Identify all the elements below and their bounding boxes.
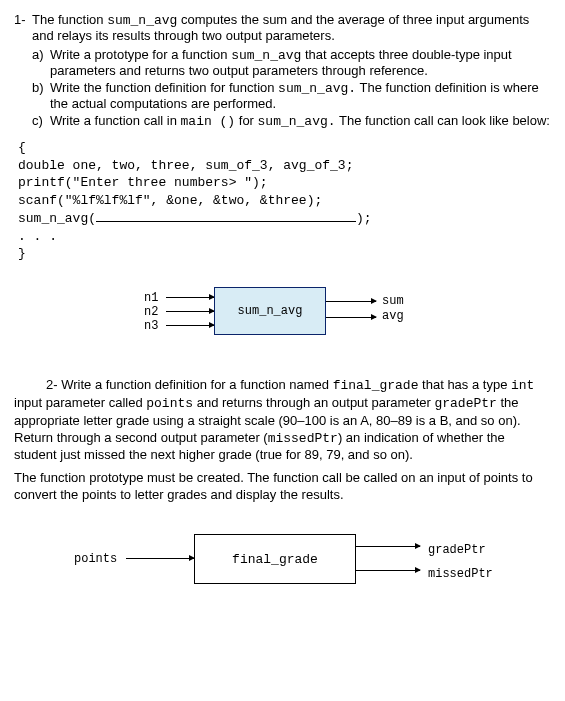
q1c-t1: Write a function call in <box>50 113 181 128</box>
dg1-box: sum_n_avg <box>214 287 326 335</box>
code-l4: scanf("%lf%lf%lf", &one, &two, &three); <box>18 192 551 210</box>
dg1-in-2: n3 <box>144 319 158 333</box>
diagram-sum-n-avg: n1 n2 n3 sum_n_avg sum avg <box>14 281 551 351</box>
q1b-c1: sum_n_avg. <box>278 81 356 96</box>
question-1: 1- The function sum_n_avg computes the s… <box>14 12 551 131</box>
dg1-out-0: sum <box>382 294 404 309</box>
q2-c5: missedPtr <box>268 431 338 446</box>
dg2-in: points <box>74 552 117 566</box>
code-l6: . . . <box>18 228 551 246</box>
q1c-body: Write a function call in main () for sum… <box>50 113 551 129</box>
q2-t4: and returns through an output parameter <box>193 395 434 410</box>
dg1-in-0: n1 <box>144 291 158 305</box>
q1b-t1: Write the function definition for functi… <box>50 80 278 95</box>
q2-c4: gradePtr <box>434 396 496 411</box>
q2-c2: int <box>511 378 534 393</box>
q1a-body: Write a prototype for a function sum_n_a… <box>50 47 551 78</box>
q2-t2: that has a type <box>418 377 511 392</box>
q1c-t2: for <box>235 113 257 128</box>
dg1-out-1: avg <box>382 309 404 324</box>
blank-fill <box>96 209 356 222</box>
code-block: { double one, two, three, sum_of_3, avg_… <box>18 139 551 263</box>
q1-number: 1- <box>14 12 32 131</box>
q1b-letter: b) <box>32 80 50 111</box>
dg2-out-1: missedPtr <box>428 562 493 586</box>
code-l5a: sum_n_avg( <box>18 211 96 226</box>
q2-t1: Write a function definition for a functi… <box>61 377 332 392</box>
q1c-letter: c) <box>32 113 50 129</box>
dg1-box-label: sum_n_avg <box>238 304 303 318</box>
code-l5b: ); <box>356 211 372 226</box>
q2-t3: input parameter called <box>14 395 146 410</box>
q2-lead: 2- <box>46 377 61 392</box>
q1-body: The function sum_n_avg computes the sum … <box>32 12 551 131</box>
dg2-box-label: final_grade <box>232 552 318 567</box>
question-2-p2: The function prototype must be created. … <box>14 470 551 504</box>
code-l2: double one, two, three, sum_of_3, avg_of… <box>18 157 551 175</box>
q1-intro-code: sum_n_avg <box>107 13 177 28</box>
arrow-icon <box>126 558 194 559</box>
code-l3: printf("Enter three numbers> "); <box>18 174 551 192</box>
code-l1: { <box>18 139 551 157</box>
arrow-icon <box>356 570 420 571</box>
q1-sublist: a) Write a prototype for a function sum_… <box>32 47 551 129</box>
q2-c3: points <box>146 396 193 411</box>
q1c-c2: sum_n_avg. <box>258 114 336 129</box>
arrow-icon <box>166 297 214 298</box>
arrow-icon <box>326 301 376 302</box>
arrow-icon <box>166 325 214 326</box>
q1a-letter: a) <box>32 47 50 78</box>
q1-intro-1: The function <box>32 12 107 27</box>
q1a-t1: Write a prototype for a function <box>50 47 231 62</box>
q1b-body: Write the function definition for functi… <box>50 80 551 111</box>
code-l5: sum_n_avg(); <box>18 209 551 228</box>
arrow-icon <box>166 311 214 312</box>
dg2-box: final_grade <box>194 534 356 584</box>
diagram-final-grade: points final_grade gradePtr missedPtr <box>14 524 551 594</box>
dg1-in-1: n2 <box>144 305 158 319</box>
arrow-icon <box>356 546 420 547</box>
q1a-c1: sum_n_avg <box>231 48 301 63</box>
question-2-p1: 2- Write a function definition for a fun… <box>14 377 551 464</box>
dg2-out-0: gradePtr <box>428 538 493 562</box>
q1c-c1: main () <box>181 114 236 129</box>
code-l7: } <box>18 245 551 263</box>
q2-c1: final_grade <box>333 378 419 393</box>
q1c-t3: The function call can look like below: <box>336 113 550 128</box>
arrow-icon <box>326 317 376 318</box>
